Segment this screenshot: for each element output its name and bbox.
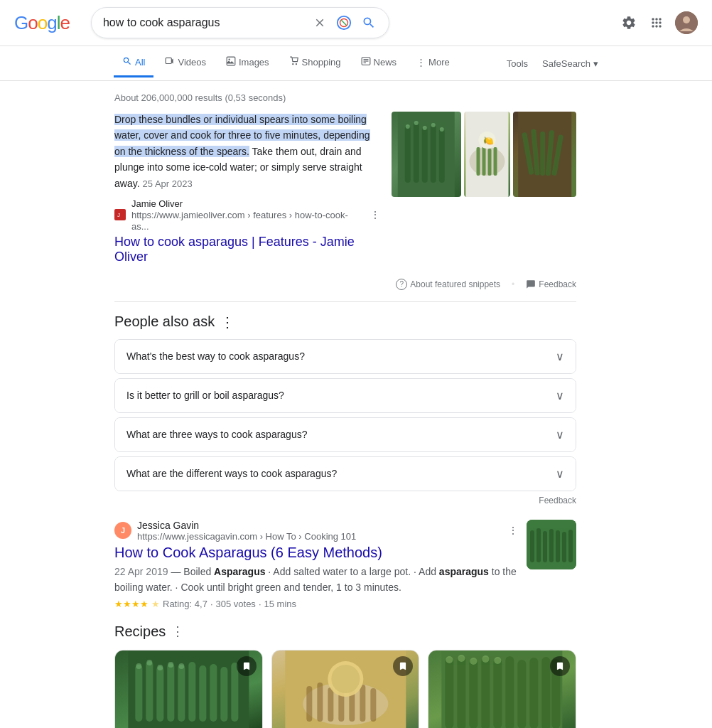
- svg-rect-29: [476, 147, 480, 176]
- recipe-3-bookmark-icon[interactable]: [550, 656, 570, 676]
- tab-more[interactable]: ⋮ More: [408, 50, 458, 77]
- clear-search-button[interactable]: [312, 15, 328, 31]
- svg-rect-53: [167, 663, 174, 722]
- paa-feedback-text: Feedback: [539, 496, 576, 505]
- search-button[interactable]: [360, 14, 377, 31]
- paa-more-icon[interactable]: ⋮: [220, 314, 234, 331]
- feedback-link[interactable]: Feedback: [526, 279, 576, 289]
- tab-shopping-label: Shopping: [302, 57, 341, 68]
- lens-search-button[interactable]: [335, 14, 353, 32]
- jessica-rating-text: Rating: 4,7: [163, 599, 207, 609]
- tab-videos-label: Videos: [178, 57, 206, 68]
- shopping-tab-icon: [289, 56, 299, 68]
- paa-question-2[interactable]: Is it better to grill or boil asparagus?…: [115, 379, 576, 412]
- svg-rect-52: [156, 666, 163, 722]
- about-featured-snippets-link[interactable]: ? About featured snippets: [396, 279, 500, 290]
- svg-rect-22: [406, 124, 410, 129]
- svg-rect-68: [317, 682, 323, 722]
- snippet-source-details: Jamie Oliver https://www.jamieoliver.com…: [131, 198, 365, 232]
- google-logo[interactable]: Google: [14, 12, 70, 34]
- svg-rect-72: [360, 685, 365, 722]
- jessica-desc-prefix: — Boiled: [168, 566, 215, 577]
- recipes-title: Recipes: [114, 623, 166, 640]
- svg-rect-25: [431, 123, 436, 127]
- apps-button[interactable]: [648, 14, 665, 31]
- svg-rect-30: [482, 146, 485, 176]
- avatar[interactable]: [675, 11, 698, 34]
- jessica-time: 15 mins: [264, 599, 297, 609]
- svg-rect-79: [470, 659, 478, 728]
- header: Google: [0, 0, 712, 46]
- svg-point-75: [331, 665, 360, 693]
- tab-all[interactable]: All: [114, 49, 153, 77]
- svg-rect-17: [405, 126, 411, 183]
- recipes-more-icon[interactable]: ⋮: [171, 623, 184, 639]
- svg-point-8: [292, 63, 293, 65]
- svg-rect-61: [146, 660, 152, 665]
- jessica-more-icon[interactable]: ⋮: [508, 525, 518, 536]
- nav-right: Tools SafeSearch ▾: [498, 51, 598, 76]
- safesearch-label: SafeSearch: [542, 58, 590, 69]
- svg-rect-20: [431, 124, 436, 183]
- jessica-half-star-icon: ★: [151, 599, 160, 609]
- recipe-card-1[interactable]: How to Cook Asparagus Jessica Gavin ★★★★…: [114, 650, 263, 728]
- images-tab-icon: [226, 56, 236, 68]
- svg-rect-6: [227, 57, 235, 65]
- svg-rect-60: [136, 663, 141, 669]
- recipe-2-bookmark-icon[interactable]: [393, 656, 413, 676]
- svg-point-9: [295, 63, 296, 65]
- jessica-source-details: Jessica Gavin https://www.jessicagavin.c…: [137, 520, 356, 542]
- svg-point-7: [228, 59, 230, 60]
- tab-images[interactable]: Images: [217, 49, 278, 77]
- paa-header: People also ask ⋮: [114, 314, 576, 331]
- search-bar-icons: [312, 14, 377, 32]
- safesearch-chevron-icon: ▾: [593, 58, 598, 69]
- paa-chevron-3-icon: ∨: [556, 428, 564, 441]
- more-tab-icon: ⋮: [416, 57, 426, 68]
- jamie-oliver-favicon: J: [114, 209, 126, 220]
- svg-text:🍋: 🍋: [482, 135, 493, 146]
- svg-rect-50: [135, 665, 142, 722]
- search-results: About 206,000,000 results (0,53 seconds)…: [114, 81, 576, 728]
- tab-more-label: More: [428, 57, 450, 68]
- tab-all-label: All: [135, 57, 145, 68]
- svg-rect-4: [166, 58, 172, 63]
- svg-rect-31: [487, 149, 491, 176]
- svg-rect-77: [446, 658, 454, 728]
- search-input[interactable]: [103, 16, 306, 29]
- snippet-source-name: Jamie Oliver: [131, 198, 365, 209]
- svg-rect-91: [495, 657, 502, 664]
- recipe-1-bookmark-icon[interactable]: [237, 656, 257, 676]
- svg-rect-73: [370, 688, 376, 722]
- paa-question-1-text: What's the best way to cook asparagus?: [126, 350, 305, 362]
- recipe-card-2[interactable]: How to cook asparagus BBC Good Food No r…: [271, 650, 420, 728]
- svg-rect-80: [482, 657, 490, 728]
- paa-question-4-text: What are the different ways to cook aspa…: [126, 468, 337, 479]
- tools-button[interactable]: Tools: [498, 51, 536, 76]
- about-snippets-text: About featured snippets: [410, 279, 500, 289]
- tab-images-label: Images: [239, 57, 269, 68]
- feedback-text: Feedback: [539, 279, 576, 289]
- tab-news[interactable]: News: [352, 49, 406, 77]
- paa-question-3[interactable]: What are three ways to cook asparagus? ∨: [115, 418, 576, 451]
- tab-shopping[interactable]: Shopping: [281, 49, 350, 77]
- recipe-card-3[interactable]: How To Cook Asparagus Delish.com ★★★★★ 4…: [428, 650, 576, 728]
- snippet-source-title-link[interactable]: How to cook asparagus | Features - Jamie…: [114, 235, 380, 264]
- jessica-result-title-link[interactable]: How to Cook Asparagus (6 Easy Methods): [114, 545, 518, 561]
- recipe-image-2: [272, 651, 419, 728]
- jessica-desc-middle: · Add salted water to a large pot. · Add: [265, 566, 438, 577]
- snippet-more-icon[interactable]: ⋮: [370, 209, 380, 220]
- paa-question-1[interactable]: What's the best way to cook asparagus? ∨: [115, 340, 576, 373]
- paa-item-1: What's the best way to cook asparagus? ∨: [114, 339, 576, 374]
- paa-chevron-2-icon: ∨: [556, 389, 564, 402]
- svg-rect-38: [540, 132, 545, 176]
- tab-videos[interactable]: Videos: [156, 49, 215, 77]
- settings-button[interactable]: [620, 14, 638, 32]
- paa-question-4[interactable]: What are the different ways to cook aspa…: [115, 457, 576, 491]
- svg-rect-18: [414, 122, 419, 183]
- svg-rect-23: [414, 121, 419, 125]
- tab-news-label: News: [374, 57, 397, 68]
- svg-rect-19: [422, 127, 428, 183]
- paa-feedback[interactable]: Feedback: [114, 496, 576, 505]
- safesearch-toggle[interactable]: SafeSearch ▾: [542, 58, 598, 69]
